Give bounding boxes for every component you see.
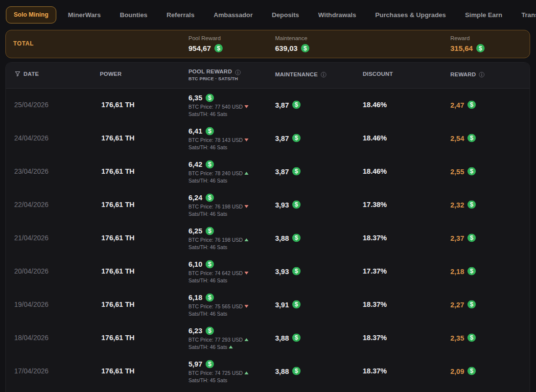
svg-text:$: $ bbox=[295, 301, 298, 308]
svg-text:$: $ bbox=[295, 234, 298, 241]
svg-text:$: $ bbox=[208, 261, 211, 268]
svg-text:$: $ bbox=[295, 334, 298, 341]
svg-text:$: $ bbox=[470, 201, 473, 208]
svg-text:$: $ bbox=[208, 128, 211, 135]
svg-text:$: $ bbox=[470, 368, 473, 374]
svg-text:$: $ bbox=[208, 228, 211, 234]
svg-text:$: $ bbox=[470, 268, 473, 275]
svg-text:$: $ bbox=[303, 45, 307, 52]
svg-text:$: $ bbox=[470, 301, 473, 308]
svg-text:$: $ bbox=[208, 94, 211, 101]
svg-text:$: $ bbox=[295, 201, 298, 208]
svg-text:$: $ bbox=[295, 168, 298, 175]
svg-text:$: $ bbox=[208, 327, 211, 334]
svg-text:$: $ bbox=[470, 101, 473, 108]
svg-text:$: $ bbox=[208, 361, 211, 368]
svg-text:$: $ bbox=[470, 168, 473, 175]
svg-text:$: $ bbox=[208, 294, 211, 301]
svg-text:$: $ bbox=[470, 135, 473, 141]
svg-text:$: $ bbox=[470, 234, 473, 241]
svg-text:$: $ bbox=[295, 135, 298, 141]
svg-text:$: $ bbox=[295, 101, 298, 108]
svg-text:$: $ bbox=[479, 45, 482, 52]
svg-text:$: $ bbox=[208, 194, 211, 201]
svg-text:$: $ bbox=[295, 368, 298, 374]
svg-text:$: $ bbox=[470, 334, 473, 341]
svg-text:$: $ bbox=[217, 45, 220, 52]
svg-text:$: $ bbox=[208, 161, 211, 168]
svg-text:$: $ bbox=[295, 268, 298, 275]
